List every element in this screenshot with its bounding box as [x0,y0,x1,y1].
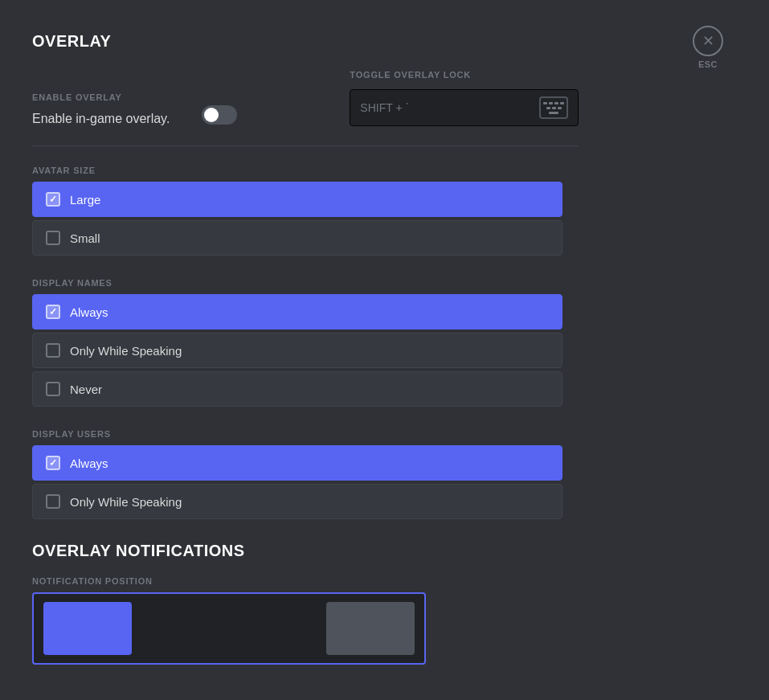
divider-1 [32,145,579,146]
page-title: OVERLAY [32,32,579,51]
avatar-size-large[interactable]: ✓ Large [32,182,562,217]
display-names-never[interactable]: Never [32,371,562,407]
display-names-always[interactable]: ✓ Always [32,294,562,330]
overlay-notifications-title: OVERLAY NOTIFICATIONS [32,542,579,560]
display-users-always-label: Always [70,456,108,470]
checkbox-check: ✓ [49,194,57,204]
avatar-small-checkbox [46,231,60,245]
toggle-overlay-lock-label: TOGGLE OVERLAY LOCK [350,70,579,80]
enable-overlay-description: Enable in-game overlay. [32,112,170,126]
display-users-always[interactable]: ✓ Always [32,445,562,481]
checkbox-check-2: ✓ [49,307,57,317]
position-top-left[interactable] [43,602,132,655]
display-names-speaking-checkbox [46,343,60,358]
display-names-label: DISPLAY NAMES [32,278,579,288]
display-users-only-while-speaking[interactable]: Only While Speaking [32,484,562,519]
avatar-size-small[interactable]: Small [32,220,562,256]
shortcut-input[interactable]: SHIFT + ` [350,89,579,126]
checkbox-check-3: ✓ [49,458,57,468]
display-users-section: DISPLAY USERS ✓ Always Only While Speaki… [32,429,579,519]
display-users-always-checkbox: ✓ [46,456,60,470]
notification-position-grid [32,592,426,665]
display-names-always-label: Always [70,305,108,319]
avatar-size-section: AVATAR SIZE ✓ Large Small [32,166,579,256]
display-names-never-checkbox [46,382,60,396]
display-users-label: DISPLAY USERS [32,429,579,439]
position-top-right[interactable] [326,602,415,655]
close-button[interactable]: ✕ ESC [693,26,723,69]
keyboard-icon [539,96,568,119]
shortcut-text: SHIFT + ` [360,101,409,114]
avatar-large-label: Large [70,193,100,207]
enable-overlay-toggle[interactable] [202,105,237,125]
display-users-speaking-checkbox [46,494,60,509]
overlay-notifications-section: OVERLAY NOTIFICATIONS NOTIFICATION POSIT… [32,542,579,665]
display-names-speaking-label: Only While Speaking [70,344,182,358]
esc-label: ESC [698,59,718,69]
avatar-small-label: Small [70,231,100,245]
enable-overlay-label: ENABLE OVERLAY [32,92,170,102]
display-names-only-while-speaking[interactable]: Only While Speaking [32,333,562,368]
close-icon[interactable]: ✕ [693,26,723,56]
toggle-thumb [204,108,219,122]
display-users-speaking-label: Only While Speaking [70,495,182,509]
avatar-large-checkbox: ✓ [46,192,60,207]
avatar-size-label: AVATAR SIZE [32,166,579,175]
notification-position-label: NOTIFICATION POSITION [32,576,579,586]
display-names-always-checkbox: ✓ [46,305,60,319]
toggle-track [202,105,237,125]
display-names-section: DISPLAY NAMES ✓ Always Only While Speaki… [32,278,579,407]
display-names-never-label: Never [70,383,102,396]
